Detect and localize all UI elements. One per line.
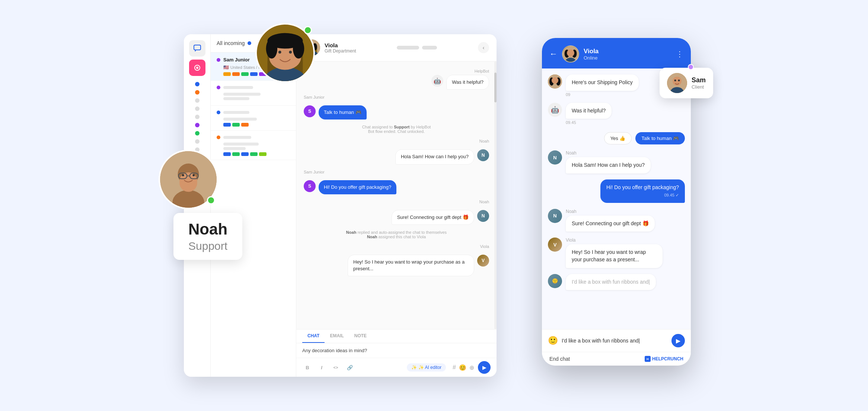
header-name: Viola <box>325 42 356 48</box>
chat-input-field[interactable]: Any decoration ideas in mind? <box>296 343 497 358</box>
incoming-badge <box>248 41 251 45</box>
mobile-noah-connecting-row: N Noah Sure! Connecting our gift dept 🎁 <box>548 209 685 232</box>
noah-label-1: Noah <box>304 139 489 143</box>
svg-point-31 <box>674 80 676 82</box>
tag <box>241 72 249 76</box>
noah-hola-row: N Hola Sam! How can I help you? <box>304 149 489 164</box>
placeholder-bar <box>223 93 261 96</box>
mobile-emoji-button[interactable]: 🙂 <box>548 336 558 345</box>
chat-window: All incoming Sam Junior 🇺🇸 United States… <box>184 34 497 377</box>
italic-button[interactable]: I <box>316 362 327 373</box>
noah-connecting-content: Noah Sure! Connecting our gift dept 🎁 <box>566 209 655 232</box>
ai-editor-label: ✨ AI editor <box>418 365 441 370</box>
conv-dot <box>217 111 220 114</box>
scrollbar-track[interactable] <box>494 61 497 329</box>
send-button[interactable]: ▶ <box>478 361 491 374</box>
header-dept: Gift Department <box>325 48 356 54</box>
back-button[interactable]: ← <box>549 49 558 59</box>
noah-connecting-bubble: Sure! Connecting our gift dept 🎁 <box>392 210 474 225</box>
conv-name-sam: Sam Junior <box>223 57 250 63</box>
shipping-timestamp: 09 <box>566 92 639 97</box>
sam-gift-content: Hi! Do you offer gift packaging? 09.45 ✓ <box>600 179 685 203</box>
mobile-footer: End chat H HELPCRUNCH <box>542 352 691 366</box>
end-chat-button[interactable]: End chat <box>549 356 570 362</box>
mobile-btn-row: Yes 👍 Talk to human 🎮 <box>548 132 685 144</box>
plus-icon[interactable]: ⊕ <box>469 364 474 371</box>
customer-online-dot <box>304 26 312 34</box>
svg-point-15 <box>289 51 292 54</box>
sam-typing-content: I'd like a box with fun ribbons and| <box>566 274 656 290</box>
svg-point-14 <box>278 51 281 54</box>
right-panel: Sam Client ← Viola Online ⋮ <box>523 23 709 388</box>
sam-gift-timestamp: 09.45 ✓ <box>606 192 679 198</box>
sidebar-icon-pink[interactable] <box>189 60 205 76</box>
helpbot-bubble: Was it helpful? <box>446 75 489 90</box>
system-msg-1: Chat assigned to Support by HelpBotBot f… <box>304 125 489 134</box>
agent-name: Noah <box>188 220 227 238</box>
sidebar-dot-purple <box>195 123 200 127</box>
helpbot-label: HelpBot <box>475 69 489 73</box>
noah-connecting-row: N Sure! Connecting our gift dept 🎁 <box>304 210 489 225</box>
tag <box>250 72 258 76</box>
emoji-icon[interactable]: 😊 <box>459 364 466 371</box>
flag-icon: 🇺🇸 <box>223 65 229 70</box>
chat-toolbar: B I <> 🔗 ✨ ✨ AI editor # 😊 ⊕ ▶ <box>296 358 497 377</box>
tag <box>232 152 240 156</box>
mobile-viola-avatar: V <box>548 238 562 252</box>
bold-button[interactable]: B <box>302 362 313 373</box>
mobile-agent-name: Viola <box>584 48 671 55</box>
yes-button[interactable]: Yes 👍 <box>604 132 632 144</box>
svg-rect-19 <box>194 45 201 50</box>
conv-dot <box>217 86 220 89</box>
hash-icon[interactable]: # <box>453 364 456 371</box>
sam-typing-bubble: I'd like a box with fun ribbons and| <box>566 274 656 290</box>
tab-chat[interactable]: CHAT <box>302 329 325 343</box>
tab-email[interactable]: EMAIL <box>325 329 349 343</box>
sidebar-dot-blue <box>195 82 200 86</box>
header-bar <box>422 46 437 50</box>
conv-item-2[interactable] <box>211 81 296 106</box>
mobile-menu-button[interactable]: ⋮ <box>676 50 683 58</box>
conv-item-4[interactable] <box>211 131 296 160</box>
system-msg-2: Noah replied and auto-assigned the chat … <box>304 230 489 239</box>
chat-header: Viola Gift Department ‹ <box>296 34 497 61</box>
svg-point-18 <box>293 39 304 58</box>
sam-gift-bubble: Hi! Do you offer gift packaging? <box>319 180 396 194</box>
noah-sender-label: Noah <box>566 150 651 156</box>
noah-connecting-mobile-bubble: Sure! Connecting our gift dept 🎁 <box>566 216 655 232</box>
viola-mobile-bubble: Hey! So I hear you want to wrap your pur… <box>566 244 663 268</box>
sam-talk-human-row: S Talk to human 🎮 <box>304 105 489 120</box>
bot-helpful-bubble: Was it helpful? <box>566 103 612 119</box>
ai-editor-button[interactable]: ✨ ✨ AI editor <box>407 363 446 372</box>
placeholder-bar <box>223 147 246 150</box>
checkmark-icon: ✓ <box>676 193 679 197</box>
shipping-bubble: Here's our Shipping Policy <box>566 74 639 91</box>
sam-purple-dot <box>688 64 694 70</box>
talk-to-human-button[interactable]: Talk to human 🎮 <box>635 132 685 144</box>
svg-point-41 <box>552 77 558 84</box>
conv-item-3[interactable] <box>211 106 296 131</box>
agent-name-badge: Noah Support <box>173 213 242 260</box>
mobile-input-field[interactable]: I'd like a box with fun ribbons and| <box>562 338 668 344</box>
svg-point-32 <box>678 80 680 82</box>
sam-card: Sam Client <box>660 68 713 98</box>
noah-avatar: N <box>477 149 489 161</box>
placeholder-bar <box>223 136 251 139</box>
helpcrunch-icon: H <box>645 356 651 362</box>
tab-note[interactable]: NOTE <box>349 329 372 343</box>
tag <box>223 152 231 156</box>
helpbot-msg-row: 🤖 Was it helpful? <box>431 75 489 90</box>
viola-msg-row: V Hey! So I hear you want to wrap your p… <box>304 255 489 276</box>
code-button[interactable]: <> <box>331 362 341 373</box>
sidebar-dot-grey1 <box>195 98 200 103</box>
chat-messages: HelpBot 🤖 Was it helpful? Sam Junior S T… <box>296 61 497 329</box>
mobile-sam-gift-row: Hi! Do you offer gift packaging? 09.45 ✓ <box>548 179 685 203</box>
link-button[interactable]: 🔗 <box>345 362 355 373</box>
tag <box>259 152 267 156</box>
sam-label-2: Sam Junior <box>304 170 489 174</box>
mobile-send-button[interactable]: ▶ <box>671 334 685 347</box>
close-button[interactable]: ‹ <box>478 42 489 53</box>
sidebar-dot-orange <box>195 90 200 95</box>
viola-avatar-mobile <box>548 74 562 89</box>
sidebar-icon-chat[interactable] <box>189 40 205 57</box>
